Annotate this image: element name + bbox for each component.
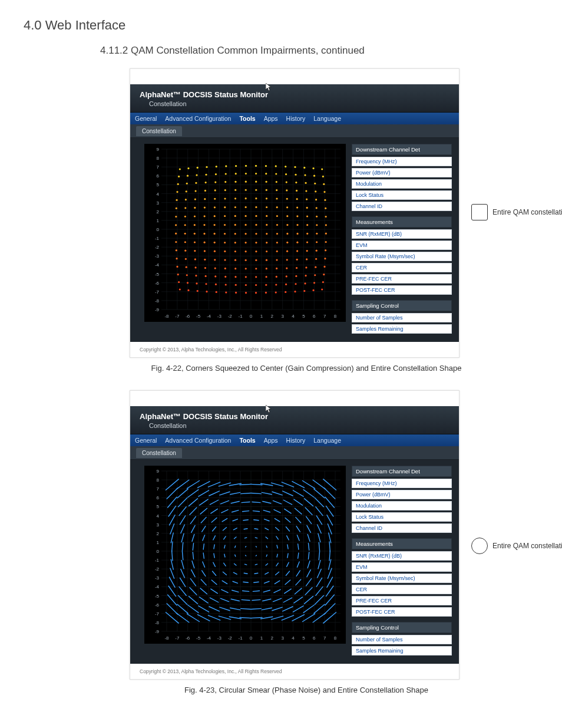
svg-line-579 [285,589,291,594]
svg-line-633 [318,533,320,542]
svg-text:-8: -8 [155,620,160,625]
svg-point-114 [194,207,196,209]
svg-point-136 [216,291,217,293]
panel-item: Power (dBmV) [352,168,452,177]
tab-constellation[interactable]: Constellation [136,448,182,458]
svg-line-457 [203,535,205,541]
menu-language[interactable]: Language [313,437,341,444]
panel-item: Frequency (MHz) [352,479,452,488]
svg-point-94 [184,241,186,243]
svg-text:4: 4 [292,314,295,319]
svg-point-306 [316,207,318,209]
svg-line-493 [220,500,229,503]
svg-point-132 [204,190,206,192]
panel-item: Lock Status [352,190,452,200]
svg-point-256 [286,224,288,226]
svg-line-478 [209,491,219,496]
svg-point-145 [214,215,216,217]
svg-point-227 [266,197,267,199]
menu-general[interactable]: General [135,437,157,444]
menu-apps[interactable]: Apps [264,115,278,122]
svg-line-440 [193,543,193,551]
svg-line-641 [324,604,335,614]
menu-language[interactable]: Language [313,115,341,122]
svg-point-291 [306,199,308,200]
panel-item: PRE-FEC CER [352,596,452,605]
svg-text:-3: -3 [155,575,160,581]
panel-item: Channel ID [352,523,452,533]
svg-point-262 [285,173,287,175]
svg-point-285 [306,250,308,252]
menu-general[interactable]: General [135,115,157,122]
svg-line-509 [231,501,239,503]
menu-tools[interactable]: Tools [239,437,255,444]
svg-line-526 [241,493,251,493]
svg-line-636 [316,507,323,516]
svg-line-444 [190,508,197,515]
svg-point-274 [296,207,298,209]
menu-tools[interactable]: Tools [239,115,255,122]
svg-point-200 [255,292,257,294]
svg-point-89 [187,282,189,284]
menu-history[interactable]: History [286,115,306,122]
svg-line-485 [223,572,226,575]
svg-line-553 [266,537,267,539]
subsection-heading: 4.11.2 QAM Constellation Common Impairme… [100,45,538,57]
svg-line-538 [254,529,258,529]
svg-line-460 [200,508,207,514]
svg-point-311 [312,167,314,169]
svg-point-126 [204,242,206,243]
svg-point-314 [323,274,325,275]
panel-meas-header: Measurements [352,216,452,228]
svg-text:-1: -1 [239,314,243,319]
tab-constellation[interactable]: Constellation [136,126,182,136]
menu-history[interactable]: History [286,437,306,444]
section-heading: 4.0 Web Interface [24,18,538,33]
svg-line-486 [224,563,226,566]
svg-line-419 [179,587,186,595]
svg-point-86 [178,176,180,177]
menubar[interactable]: General Advanced Configuration Tools App… [130,113,459,124]
panel-item: SNR (RxMER) (dB) [352,229,452,239]
svg-line-423 [182,551,183,559]
svg-point-289 [306,215,308,217]
menu-advanced[interactable]: Advanced Configuration [165,115,231,122]
svg-point-179 [234,197,236,199]
svg-line-474 [212,527,216,531]
svg-point-220 [266,259,267,261]
svg-point-177 [234,215,236,217]
panel-item: Number of Samples [352,313,452,322]
svg-line-555 [265,519,269,521]
svg-point-276 [296,190,297,192]
svg-text:7: 7 [157,486,160,492]
svg-line-598 [297,562,299,567]
svg-line-449 [199,606,209,612]
app-title: AlphaNet™ DOCSIS Status Monitor [140,90,268,99]
svg-line-543 [250,484,262,485]
svg-line-530 [252,599,260,600]
callout-text: Entire QAM constellation [492,208,562,216]
svg-line-483 [222,589,228,592]
menu-apps[interactable]: Apps [264,437,278,444]
svg-point-270 [296,242,298,243]
svg-point-191 [244,233,246,235]
svg-line-580 [285,580,290,584]
svg-point-264 [294,291,296,292]
svg-text:-8: -8 [155,298,160,304]
svg-line-556 [263,510,270,512]
svg-point-293 [305,182,306,184]
svg-point-73 [178,281,180,283]
svg-text:3: 3 [281,314,284,319]
svg-text:7: 7 [323,314,326,319]
svg-point-210 [255,206,257,208]
svg-line-401 [167,604,178,614]
svg-line-470 [213,562,216,566]
svg-text:-4: -4 [155,584,160,589]
constellation-plot: -8-7-6-5-4-3-2-1012345678-9-8-7-6-5-4-3-… [144,466,346,644]
menu-advanced[interactable]: Advanced Configuration [165,437,231,444]
svg-point-125 [204,250,206,252]
svg-point-316 [324,258,326,259]
menubar[interactable]: General Advanced Configuration Tools App… [130,434,459,446]
panel-item: Power (dBmV) [352,490,452,499]
svg-point-215 [255,165,257,167]
